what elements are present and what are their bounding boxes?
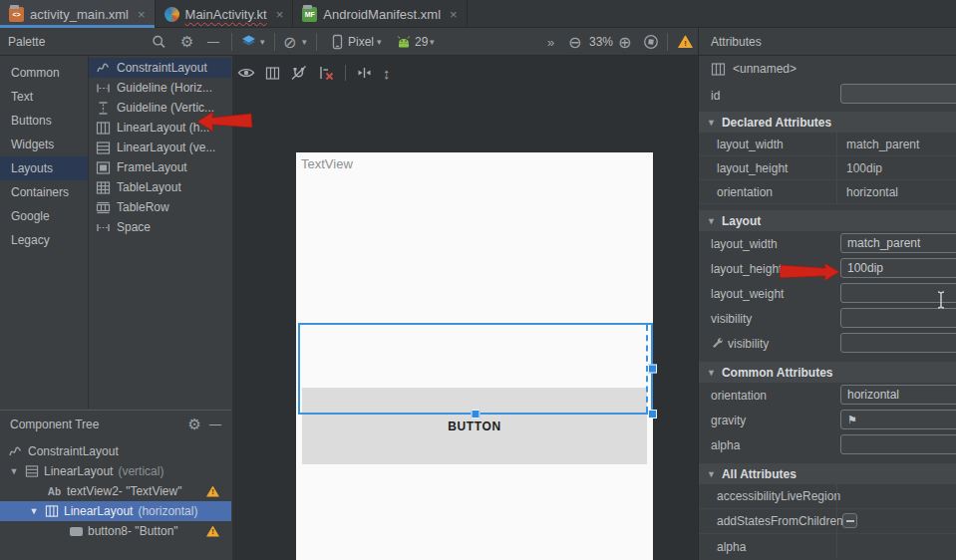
zoom-out-icon[interactable]: ⊖ xyxy=(568,32,581,51)
warning-icon[interactable]: ! xyxy=(678,35,693,48)
orientation-input[interactable]: horizontal xyxy=(840,385,956,405)
declared-row-layout-height[interactable]: layout_height 100dip xyxy=(699,156,956,180)
design-blueprint-layers-icon[interactable] xyxy=(240,34,257,49)
attribute-value[interactable]: horizontal xyxy=(846,185,898,199)
collapse-icon[interactable]: ▼ xyxy=(28,506,40,516)
common-row-alpha: alpha xyxy=(699,432,956,457)
all-row-addstatesfromchildren[interactable]: addStatesFromChildren xyxy=(699,509,956,534)
attribute-value[interactable]: match_parent xyxy=(846,138,919,151)
visibility-input[interactable] xyxy=(840,308,956,328)
palette-item-tablelayout[interactable]: TableLayout xyxy=(89,177,231,197)
zoom-in-icon[interactable]: ⊕ xyxy=(618,32,631,51)
palette-item-linearlayout-vertical[interactable]: LinearLayout (ve... xyxy=(89,138,231,157)
palette-category-widgets[interactable]: Widgets xyxy=(0,133,88,156)
palette-category-layouts[interactable]: Layouts xyxy=(0,156,88,180)
warning-icon[interactable]: ! xyxy=(206,526,219,537)
field-value: match_parent xyxy=(847,236,920,250)
resize-handle-bottom[interactable] xyxy=(472,410,480,419)
resize-handle-bottom-right[interactable] xyxy=(648,410,657,419)
tree-row-linearlayout-horizontal[interactable]: ▼ LinearLayout(horizontal) xyxy=(0,501,231,521)
section-all-attributes[interactable]: ▼ All Attributes xyxy=(699,463,956,484)
tree-row-linearlayout-vertical[interactable]: ▼ LinearLayout(vertical) xyxy=(0,461,231,481)
gear-icon[interactable]: ⚙ xyxy=(180,33,193,51)
expand-vertically-icon[interactable]: ↕ xyxy=(383,65,391,82)
hide-tree-icon[interactable]: — xyxy=(209,418,221,431)
close-icon[interactable]: × xyxy=(450,7,458,22)
design-surface-toolbar: ↕ xyxy=(237,60,391,86)
clear-constraints-icon[interactable] xyxy=(317,65,335,81)
section-title: Declared Attributes xyxy=(722,116,831,130)
tab-android-manifest-xml[interactable]: MF AndroidManifest.xml × xyxy=(293,0,467,28)
zoom-to-fit-icon[interactable] xyxy=(643,34,659,50)
device-selector[interactable]: Pixel xyxy=(348,35,374,49)
chevron-down-icon[interactable]: ▾ xyxy=(377,37,382,47)
palette-category-text[interactable]: Text xyxy=(0,85,88,109)
palette-category-common[interactable]: Common xyxy=(0,61,88,85)
chevron-down-icon[interactable]: ▾ xyxy=(260,37,265,47)
palette-item-constraintlayout[interactable]: ConstraintLayout xyxy=(89,58,231,78)
view-options-eye-icon[interactable] xyxy=(237,66,255,80)
selection-outline[interactable] xyxy=(298,323,653,415)
section-declared-attributes[interactable]: ▼ Declared Attributes xyxy=(699,112,956,133)
orientation-theme-icon[interactable]: ⊘ xyxy=(283,32,296,51)
indeterminate-checkbox[interactable] xyxy=(842,513,857,528)
close-icon[interactable]: × xyxy=(276,7,284,22)
search-icon[interactable] xyxy=(152,34,166,49)
tools-visibility-input[interactable] xyxy=(840,333,956,353)
layout-height-input[interactable]: 100dip xyxy=(840,258,956,278)
layout-xml-file-icon: <> xyxy=(9,7,24,22)
common-row-orientation: orientation horizontal xyxy=(699,383,956,408)
id-input[interactable] xyxy=(840,84,956,104)
layout-width-input[interactable]: match_parent xyxy=(840,233,956,253)
palette-category-legacy[interactable]: Legacy xyxy=(0,228,88,252)
resize-handle-right[interactable] xyxy=(648,365,657,374)
attribute-value[interactable]: 100dip xyxy=(846,161,882,175)
textview-widget[interactable]: TextView xyxy=(301,156,353,171)
select-layout-variant-icon[interactable] xyxy=(265,66,280,81)
declared-row-layout-width[interactable]: layout_width match_parent xyxy=(699,133,956,156)
warning-icon[interactable]: ! xyxy=(206,486,219,497)
tree-row-textview2[interactable]: Ab textView2- "TextView" ! xyxy=(0,481,231,501)
all-row-accessibilityliveregion[interactable]: accessibilityLiveRegion xyxy=(699,484,956,509)
device-phone-icon[interactable] xyxy=(332,34,343,50)
autoconnect-off-magnet-icon[interactable] xyxy=(290,65,307,81)
gear-icon[interactable]: ⚙ xyxy=(188,416,201,433)
tab-label: MainActivity.kt xyxy=(185,7,267,22)
collapse-icon: ▼ xyxy=(707,216,716,226)
tab-activity-main-xml[interactable]: <> activity_main.xml × xyxy=(0,0,156,28)
column-divider xyxy=(836,180,837,203)
flag-icon[interactable]: ⚑ xyxy=(847,414,857,426)
palette-item-framelayout[interactable]: FrameLayout xyxy=(89,157,231,177)
palette-category-buttons[interactable]: Buttons xyxy=(0,109,88,133)
collapse-icon[interactable]: ▼ xyxy=(8,466,20,476)
close-icon[interactable]: × xyxy=(138,7,146,22)
api-level-selector[interactable]: 29 xyxy=(415,35,428,49)
section-common-attributes[interactable]: ▼ Common Attributes xyxy=(699,362,956,383)
component-tree-title: Component Tree xyxy=(10,418,180,431)
android-api-icon[interactable] xyxy=(396,35,412,48)
overflow-chevrons-icon[interactable]: » xyxy=(547,34,554,49)
attribute-label: layout_height xyxy=(711,262,782,276)
attributes-panel-title: Attributes xyxy=(699,28,956,56)
tree-row-button8[interactable]: button8- "Button" ! xyxy=(0,521,231,541)
palette-category-google[interactable]: Google xyxy=(0,204,88,228)
alpha-input[interactable] xyxy=(840,434,956,454)
palette-item-space[interactable]: Space xyxy=(89,217,231,237)
tree-row-constraintlayout[interactable]: ConstraintLayout xyxy=(0,441,231,461)
chevron-down-icon[interactable]: ▾ xyxy=(430,37,435,47)
declared-row-orientation[interactable]: orientation horizontal xyxy=(699,180,956,204)
palette-category-containers[interactable]: Containers xyxy=(0,180,88,204)
column-divider xyxy=(836,484,837,508)
hide-palette-icon[interactable]: — xyxy=(207,35,219,49)
all-row-alpha[interactable]: alpha xyxy=(699,534,956,559)
toolbar-divider xyxy=(274,33,275,51)
section-layout[interactable]: ▼ Layout xyxy=(699,210,956,231)
pack-horizontally-icon[interactable] xyxy=(356,66,373,80)
chevron-down-icon[interactable]: ▾ xyxy=(302,37,307,47)
palette-item-guideline-horizontal[interactable]: Guideline (Horiz... xyxy=(89,78,231,98)
column-divider xyxy=(836,133,837,155)
tab-label: activity_main.xml xyxy=(30,7,129,22)
gravity-input[interactable]: ⚑ xyxy=(840,410,956,429)
tab-main-activity-kt[interactable]: MainActivity.kt × xyxy=(156,0,294,28)
palette-item-tablerow[interactable]: TableRow xyxy=(89,197,231,217)
